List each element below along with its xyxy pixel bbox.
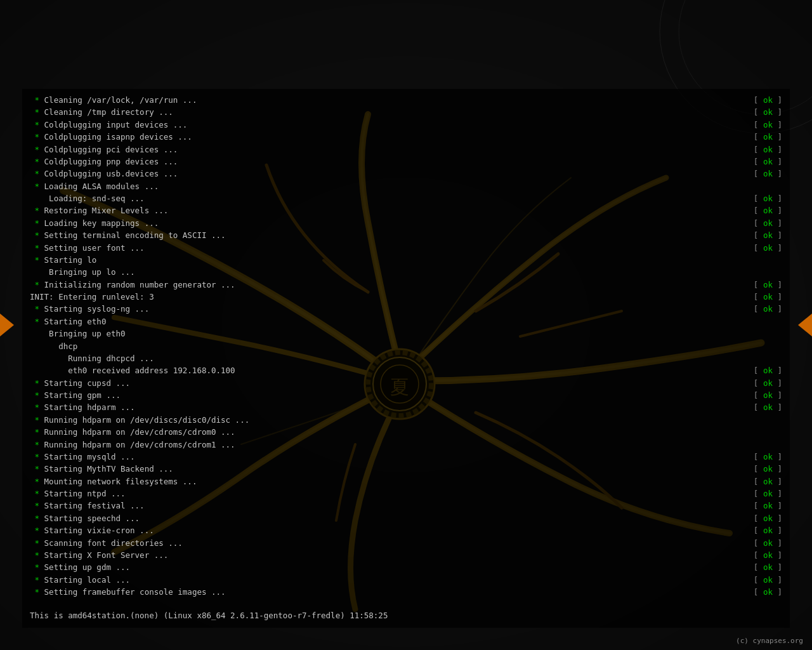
terminal-content: * Cleaning /var/lock, /var/run ...[ ok ]… bbox=[30, 94, 782, 623]
log-line: * Coldplugging pci devices ...[ ok ] bbox=[30, 143, 782, 156]
log-line: * Starting vixie-cron ...[ ok ] bbox=[30, 524, 782, 536]
log-line: * Starting syslog-ng ...[ ok ] bbox=[30, 303, 782, 315]
log-line: * Starting festival ...[ ok ] bbox=[30, 500, 782, 512]
log-line: * Running hdparm on /dev/cdroms/cdrom0 .… bbox=[30, 426, 782, 438]
log-line: * Starting eth0 bbox=[30, 315, 782, 328]
log-line: * Starting gpm ...[ ok ] bbox=[30, 389, 782, 401]
log-line: * Cleaning /tmp directory ...[ ok ] bbox=[30, 106, 782, 118]
boot-log: * Cleaning /var/lock, /var/run ...[ ok ]… bbox=[30, 94, 782, 598]
log-line: * Setting up gdm ...[ ok ] bbox=[30, 561, 782, 573]
terminal-window: * Cleaning /var/lock, /var/run ...[ ok ]… bbox=[22, 89, 790, 628]
log-line: * Setting user font ...[ ok ] bbox=[30, 242, 782, 254]
log-line: * Starting hdparm ...[ ok ] bbox=[30, 401, 782, 413]
log-line: * Loading ALSA modules ... bbox=[30, 180, 782, 192]
log-line: * Starting mysqld ...[ ok ] bbox=[30, 451, 782, 463]
log-line: * Starting ntpd ... [ ok ] bbox=[30, 488, 782, 500]
log-line: * Coldplugging pnp devices ...[ ok ] bbox=[30, 156, 782, 168]
log-line: * Initializing random number generator .… bbox=[30, 279, 782, 291]
left-arrow-indicator bbox=[0, 314, 14, 336]
log-line: * Scanning font directories ...[ ok ] bbox=[30, 537, 782, 549]
log-line: * Running hdparm on /dev/discs/disc0/dis… bbox=[30, 414, 782, 426]
log-line: * Coldplugging isapnp devices ...[ ok ] bbox=[30, 131, 782, 143]
log-line: eth0 received address 192.168.0.100[ ok … bbox=[30, 364, 782, 376]
log-line: * Starting cupsd ...[ ok ] bbox=[30, 377, 782, 389]
log-line: Bringing up lo ... bbox=[30, 266, 782, 278]
log-line: INIT: Entering runlevel: 3[ ok ] bbox=[30, 291, 782, 303]
log-line: * Running hdparm on /dev/cdroms/cdrom1 .… bbox=[30, 439, 782, 451]
log-line: * Setting framebuffer console images ...… bbox=[30, 586, 782, 598]
log-line: * Starting lo bbox=[30, 254, 782, 266]
log-line: Bringing up eth0 bbox=[30, 328, 782, 340]
log-line: dhcp bbox=[30, 340, 782, 352]
log-line: * Loading key mappings ...[ ok ] bbox=[30, 217, 782, 229]
log-line: Loading: snd-seq ...[ ok ] bbox=[30, 192, 782, 204]
log-line: * Coldplugging input devices ...[ ok ] bbox=[30, 119, 782, 131]
right-arrow-indicator bbox=[798, 314, 812, 336]
log-line: * Starting speechd ...[ ok ] bbox=[30, 512, 782, 524]
login-section: This is amd64station.(none) (Linux x86_6… bbox=[30, 609, 782, 623]
log-line: * Setting terminal encoding to ASCII ...… bbox=[30, 229, 782, 241]
log-line: * Cleaning /var/lock, /var/run ...[ ok ] bbox=[30, 94, 782, 106]
log-line: * Mounting network filesystems ...[ ok ] bbox=[30, 475, 782, 488]
log-line: Running dhcpcd ... bbox=[30, 352, 782, 364]
login-line: This is amd64station.(none) (Linux x86_6… bbox=[30, 609, 782, 623]
watermark: (c) cynapses.org bbox=[736, 637, 803, 645]
log-line: * Coldplugging usb.devices ...[ ok ] bbox=[30, 168, 782, 180]
log-line: * Restoring Mixer Levels ...[ ok ] bbox=[30, 204, 782, 216]
log-line: * Starting X Font Server ...[ ok ] bbox=[30, 549, 782, 561]
log-line: * Starting MythTV Backend ...[ ok ] bbox=[30, 463, 782, 475]
log-line: * Starting local ...[ ok ] bbox=[30, 574, 782, 586]
